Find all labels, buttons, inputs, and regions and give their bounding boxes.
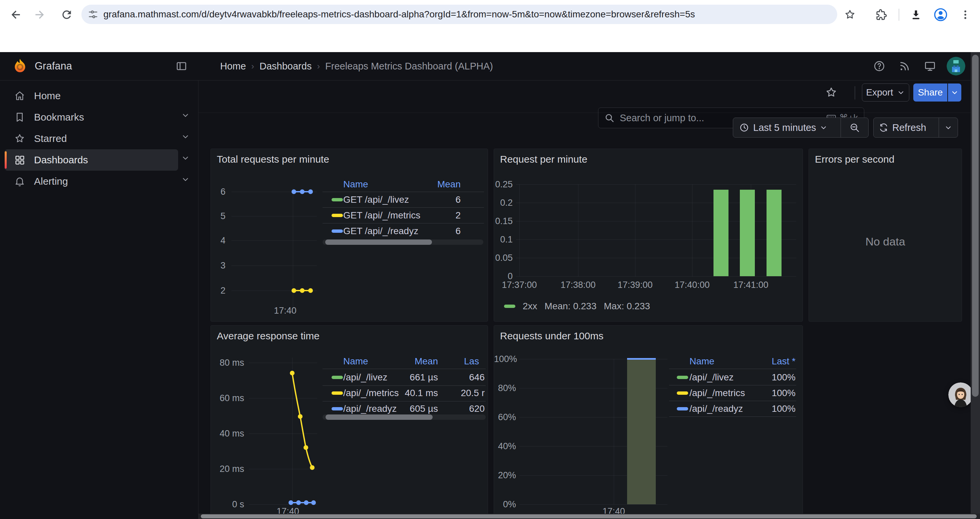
chevron-down-icon	[181, 175, 190, 184]
legend-header-last[interactable]: Las	[464, 356, 479, 367]
help-button[interactable]	[871, 58, 887, 74]
legend-separator	[323, 385, 486, 386]
no-data-message: No data	[809, 235, 962, 248]
y-tick: 2	[211, 285, 226, 296]
download-icon	[910, 8, 922, 21]
browser-toolbar	[0, 0, 980, 29]
export-button[interactable]: Export	[862, 83, 909, 102]
series-color-yellow	[332, 391, 343, 395]
legend-separator	[323, 401, 486, 401]
x-tick: 17:40:00	[669, 279, 716, 290]
panel-title[interactable]: Total requests per minute	[217, 153, 329, 165]
reload-button[interactable]	[59, 7, 75, 23]
bookmark-star-button[interactable]	[842, 7, 858, 23]
brand-name[interactable]: Grafana	[35, 60, 72, 72]
sidebar-item-label: Starred	[34, 133, 67, 144]
legend-header-last[interactable]: Last *	[729, 356, 795, 367]
sidebar-item-dashboards[interactable]: Dashboards	[5, 149, 178, 171]
y-tick: 20 ms	[211, 463, 244, 474]
panel-title[interactable]: Requests under 100ms	[500, 330, 603, 342]
legend-header-name[interactable]: Name	[343, 356, 368, 367]
user-avatar[interactable]	[947, 57, 965, 75]
sidebar-item-label: Bookmarks	[34, 112, 84, 123]
panel-title[interactable]: Average response time	[217, 330, 320, 342]
breadcrumb-separator: ›	[317, 61, 320, 72]
zoom-out-button[interactable]	[841, 118, 868, 137]
zoom-out-icon	[849, 122, 860, 133]
panel-title[interactable]: Errors per second	[815, 153, 894, 165]
series-plot	[286, 366, 319, 509]
legend-header-mean[interactable]: Mean	[394, 179, 461, 190]
chevron-down-icon	[181, 111, 190, 120]
panel-request-per-minute: Request per minute 0.25 0.2 0.15 0.1 0.0…	[494, 149, 803, 322]
breadcrumb-home[interactable]: Home	[220, 61, 246, 72]
extensions-button[interactable]	[873, 7, 889, 23]
url-bar[interactable]	[81, 5, 837, 24]
sidebar-starred-expand[interactable]	[180, 131, 191, 143]
legend-separator	[669, 417, 796, 417]
site-info-icon[interactable]	[88, 9, 99, 20]
gridline	[516, 184, 796, 185]
legend-series-mean: 6	[394, 226, 461, 236]
forward-button[interactable]	[31, 7, 48, 23]
sidebar-item-starred[interactable]: Starred	[5, 128, 178, 149]
browser-menu-button[interactable]	[958, 7, 973, 23]
grafana-logo[interactable]	[11, 57, 29, 75]
extensions-icon	[875, 9, 887, 21]
profile-button[interactable]	[932, 6, 949, 23]
y-tick: 0.25	[494, 179, 513, 190]
sidebar-item-alerting[interactable]: Alerting	[5, 171, 178, 192]
back-icon	[10, 8, 23, 21]
y-tick: 0.1	[494, 234, 513, 245]
refresh-icon	[879, 123, 888, 132]
x-tick: 17:37:00	[496, 279, 543, 290]
time-range-picker[interactable]: Last 5 minutes	[733, 118, 869, 137]
panel-requests-under-100ms: Requests under 100ms 100% 80% 60% 40% 20…	[494, 325, 803, 519]
y-tick: 60%	[494, 412, 516, 423]
y-tick: 0%	[494, 499, 516, 509]
monitor-icon	[924, 60, 936, 72]
panel-total-requests: Total requests per minute 6 5 4 3 2 17:4…	[210, 149, 488, 322]
scrollbar-thumb[interactable]	[326, 414, 433, 420]
y-tick: 0.05	[494, 252, 513, 263]
url-input[interactable]	[103, 9, 837, 20]
scrollbar-thumb[interactable]	[325, 240, 432, 245]
share-button[interactable]: Share	[913, 83, 947, 102]
sidebar-dashboards-expand[interactable]	[180, 152, 191, 164]
favorite-dashboard-button[interactable]	[822, 83, 840, 102]
legend-series-last: 100%	[729, 388, 795, 398]
panel-title[interactable]: Request per minute	[500, 153, 587, 165]
legend-series-last: 100%	[729, 372, 795, 383]
refresh-interval-button[interactable]	[939, 118, 958, 137]
sidebar-item-home[interactable]: Home	[5, 85, 178, 107]
chevron-down-icon	[819, 124, 827, 132]
legend-series-name[interactable]: 2xx	[523, 301, 538, 311]
horizontal-scrollbar-thumb[interactable]	[201, 514, 977, 518]
series-color-green	[332, 198, 343, 201]
sidebar-toggle-button[interactable]	[173, 58, 189, 74]
y-tick: 60 ms	[211, 393, 244, 404]
legend-hscrollbar[interactable]	[323, 240, 483, 245]
vertical-scrollbar-thumb[interactable]	[972, 55, 978, 397]
legend-mean: Mean: 0.233	[545, 301, 597, 311]
breadcrumb-dashboards[interactable]: Dashboards	[259, 61, 312, 72]
assistant-avatar[interactable]	[948, 382, 973, 407]
sidebar-item-bookmarks[interactable]: Bookmarks	[5, 107, 178, 128]
display-button[interactable]	[922, 58, 938, 74]
news-rss-button[interactable]	[897, 58, 913, 74]
legend-hscrollbar[interactable]	[323, 414, 486, 420]
sidebar-bookmarks-expand[interactable]	[180, 109, 191, 121]
share-menu-button[interactable]	[948, 83, 961, 102]
refresh-picker[interactable]: Refresh	[873, 118, 958, 137]
legend-header-name[interactable]: Name	[689, 356, 714, 367]
downloads-button[interactable]	[908, 7, 924, 23]
back-button[interactable]	[8, 7, 24, 23]
star-icon	[14, 133, 25, 144]
legend-series-name[interactable]: /api/_/livez	[689, 372, 733, 383]
series-color-blue	[332, 407, 343, 410]
x-tick: 17:40	[269, 305, 302, 316]
legend-header-mean[interactable]: Mean	[371, 356, 438, 367]
sidebar-alerting-expand[interactable]	[180, 173, 191, 185]
y-tick: 40 ms	[211, 428, 244, 439]
legend-header-name[interactable]: Name	[343, 179, 368, 190]
